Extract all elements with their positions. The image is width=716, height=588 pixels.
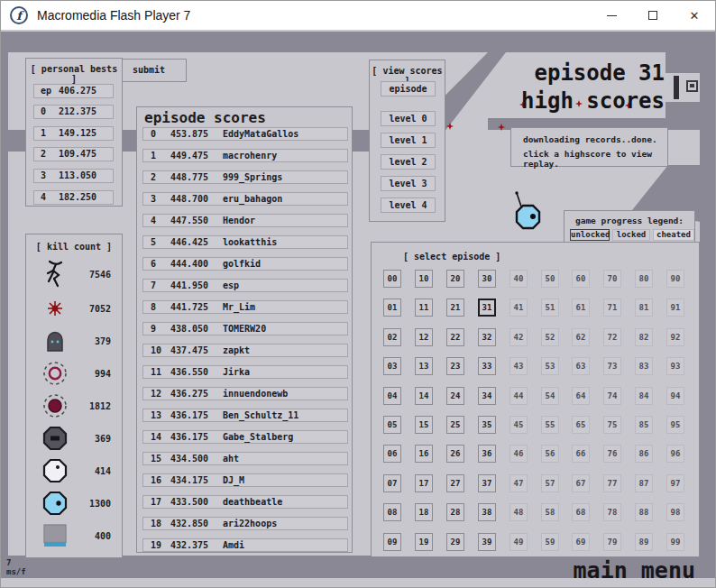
episode-cell-46[interactable]: 46: [509, 445, 528, 463]
episode-cell-19[interactable]: 19: [415, 533, 433, 551]
episode-cell-57[interactable]: 57: [541, 474, 559, 492]
episode-cell-81[interactable]: 81: [635, 299, 653, 317]
episode-cell-31[interactable]: 31: [478, 299, 496, 317]
episode-cell-28[interactable]: 28: [446, 503, 464, 521]
minimize-button[interactable]: [591, 1, 632, 30]
episode-cell-63[interactable]: 63: [572, 357, 590, 375]
view-scores-button-episode[interactable]: episode: [381, 81, 436, 96]
highscore-row[interactable]: 3448.700eru_bahagon: [142, 192, 348, 206]
episode-cell-76[interactable]: 76: [603, 445, 621, 463]
episode-cell-77[interactable]: 77: [603, 474, 621, 492]
episode-cell-15[interactable]: 15: [415, 416, 433, 434]
highscore-row[interactable]: 11436.550Jirka: [142, 365, 348, 379]
highscore-row[interactable]: 5446.425lookatthis: [142, 235, 348, 249]
episode-cell-53[interactable]: 53: [541, 357, 559, 375]
episode-cell-39[interactable]: 39: [478, 533, 496, 551]
episode-cell-69[interactable]: 69: [572, 533, 590, 551]
episode-cell-86[interactable]: 86: [635, 445, 653, 463]
episode-cell-73[interactable]: 73: [603, 357, 621, 375]
episode-cell-26[interactable]: 26: [446, 445, 464, 463]
episode-cell-99[interactable]: 99: [666, 533, 684, 551]
episode-cell-30[interactable]: 30: [478, 270, 496, 288]
episode-cell-04[interactable]: 04: [383, 387, 401, 405]
episode-cell-51[interactable]: 51: [541, 299, 559, 317]
highscore-row[interactable]: 14436.175Gabe_Stalberg: [142, 430, 348, 444]
episode-cell-80[interactable]: 80: [635, 270, 653, 288]
highscore-row[interactable]: 8441.725Mr_Lim: [142, 300, 348, 314]
episode-cell-40[interactable]: 40: [509, 270, 528, 288]
episode-cell-32[interactable]: 32: [478, 328, 496, 346]
episode-cell-36[interactable]: 36: [478, 445, 496, 463]
highscore-row[interactable]: 18432.850ari22hoops: [142, 517, 348, 530]
episode-cell-91[interactable]: 91: [666, 299, 684, 317]
episode-cell-47[interactable]: 47: [509, 474, 528, 492]
episode-cell-33[interactable]: 33: [478, 357, 496, 375]
episode-cell-72[interactable]: 72: [603, 328, 621, 346]
episode-cell-37[interactable]: 37: [478, 474, 496, 492]
episode-cell-34[interactable]: 34: [478, 387, 496, 405]
episode-cell-92[interactable]: 92: [666, 328, 684, 346]
episode-cell-60[interactable]: 60: [572, 270, 590, 288]
episode-cell-54[interactable]: 54: [541, 387, 559, 405]
episode-cell-01[interactable]: 01: [383, 299, 401, 317]
episode-cell-79[interactable]: 79: [603, 533, 621, 551]
episode-cell-55[interactable]: 55: [541, 416, 559, 434]
highscore-row[interactable]: 6444.400golfkid: [142, 257, 348, 271]
episode-cell-06[interactable]: 06: [383, 445, 401, 463]
episode-cell-67[interactable]: 67: [572, 474, 590, 492]
maximize-button[interactable]: [632, 1, 674, 30]
episode-cell-78[interactable]: 78: [603, 503, 621, 521]
view-scores-button-level-1[interactable]: level 1: [381, 133, 436, 148]
highscore-row[interactable]: 16434.175DJ_M: [142, 473, 348, 487]
episode-cell-13[interactable]: 13: [415, 357, 433, 375]
close-button[interactable]: ✕: [674, 1, 715, 30]
highscore-row[interactable]: 9438.050TOMERW20: [142, 322, 348, 335]
view-scores-button-level-3[interactable]: level 3: [381, 176, 436, 191]
episode-cell-90[interactable]: 90: [666, 270, 684, 288]
highscore-row[interactable]: 1449.475macrohenry: [142, 149, 348, 162]
episode-cell-42[interactable]: 42: [509, 328, 528, 346]
episode-cell-11[interactable]: 11: [415, 299, 433, 317]
episode-cell-58[interactable]: 58: [541, 503, 559, 521]
highscore-row[interactable]: 4447.550Hendor: [142, 214, 348, 227]
episode-cell-98[interactable]: 98: [666, 503, 684, 521]
episode-cell-89[interactable]: 89: [635, 533, 653, 551]
highscore-row[interactable]: 0453.875EddyMataGallos: [142, 127, 348, 141]
episode-cell-59[interactable]: 59: [541, 533, 559, 551]
episode-cell-09[interactable]: 09: [383, 533, 401, 551]
episode-cell-50[interactable]: 50: [541, 270, 559, 288]
highscore-row[interactable]: 12436.275innuendonewb: [142, 387, 348, 400]
episode-cell-97[interactable]: 97: [666, 474, 684, 492]
highscore-row[interactable]: 19432.375Amdi: [142, 538, 348, 552]
highscore-row[interactable]: 2448.775999_Springs: [142, 170, 348, 184]
episode-cell-70[interactable]: 70: [603, 270, 621, 288]
highscore-row[interactable]: 10437.475zapkt: [142, 344, 348, 357]
episode-cell-08[interactable]: 08: [383, 503, 401, 521]
episode-cell-95[interactable]: 95: [666, 416, 684, 434]
episode-cell-07[interactable]: 07: [383, 474, 401, 492]
episode-cell-05[interactable]: 05: [383, 416, 401, 434]
episode-cell-45[interactable]: 45: [509, 416, 528, 434]
episode-cell-14[interactable]: 14: [415, 387, 433, 405]
episode-cell-27[interactable]: 27: [446, 474, 464, 492]
episode-cell-35[interactable]: 35: [478, 416, 496, 434]
episode-cell-44[interactable]: 44: [509, 387, 528, 405]
episode-cell-74[interactable]: 74: [603, 387, 621, 405]
episode-cell-03[interactable]: 03: [383, 357, 401, 375]
episode-cell-62[interactable]: 62: [572, 328, 590, 346]
episode-cell-21[interactable]: 21: [446, 299, 464, 317]
episode-cell-16[interactable]: 16: [415, 445, 433, 463]
episode-cell-24[interactable]: 24: [446, 387, 464, 405]
episode-cell-38[interactable]: 38: [478, 503, 496, 521]
view-scores-button-level-2[interactable]: level 2: [381, 154, 436, 170]
episode-cell-65[interactable]: 65: [572, 416, 590, 434]
episode-cell-00[interactable]: 00: [383, 270, 401, 288]
episode-cell-85[interactable]: 85: [635, 416, 653, 434]
episode-cell-25[interactable]: 25: [446, 416, 464, 434]
episode-cell-20[interactable]: 20: [446, 270, 464, 288]
episode-cell-17[interactable]: 17: [415, 474, 433, 492]
episode-cell-02[interactable]: 02: [383, 328, 401, 346]
highscore-row[interactable]: 13436.175Ben_Schultz_11: [142, 409, 348, 422]
episode-cell-93[interactable]: 93: [666, 357, 684, 375]
episode-cell-94[interactable]: 94: [666, 387, 684, 405]
